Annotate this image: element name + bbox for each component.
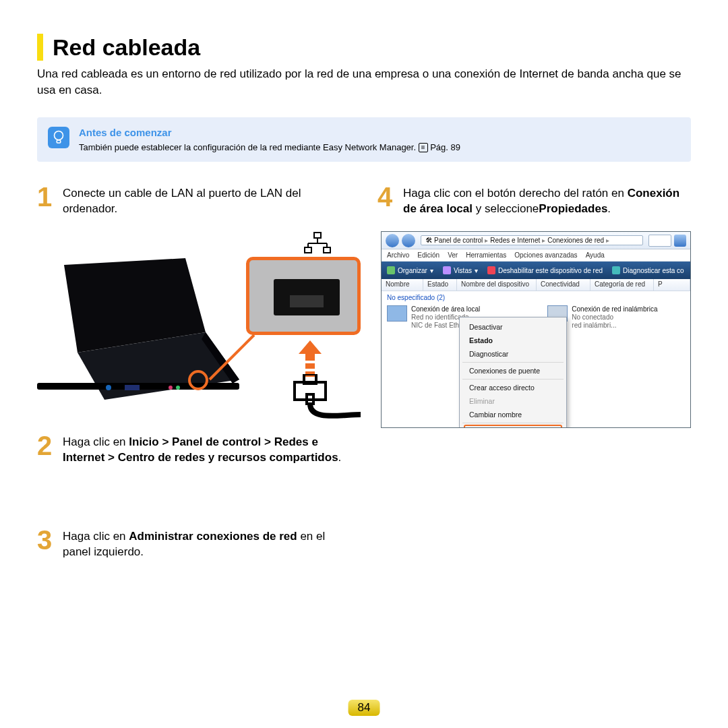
connection-state: No conectado — [572, 313, 657, 322]
step-text-fragment: Haga clic con el botón derecho del ratón… — [403, 187, 628, 200]
menu-bar: Archivo Edición Ver Herramientas Opcione… — [382, 249, 690, 262]
column-headers: Nombre Estado Nombre del dispositivo Con… — [382, 279, 690, 291]
menu-item-delete: Eliminar — [462, 394, 564, 408]
menu-item-diagnose[interactable]: Diagnosticar — [462, 347, 564, 361]
step-number: 1 — [37, 185, 56, 217]
menu-item-rename[interactable]: Cambiar nombre — [462, 408, 564, 421]
step-text-fragment: Haga clic en — [63, 530, 129, 543]
callout-line — [208, 334, 255, 381]
callout-page-ref: Pág. 89 — [430, 142, 460, 152]
organize-button[interactable]: Organizar ▾ — [387, 266, 433, 274]
lightbulb-icon — [48, 127, 69, 148]
col-header[interactable]: Estado — [423, 279, 457, 291]
svg-point-6 — [106, 385, 111, 390]
breadcrumb-item[interactable]: Panel de control — [434, 237, 483, 244]
menu-item-shortcut[interactable]: Crear acceso directo — [462, 381, 564, 394]
ethernet-plug-icon — [293, 374, 361, 428]
connection-name: Conexión de área local — [411, 305, 480, 313]
lan-connection-icon — [387, 305, 407, 322]
page-heading: Red cableada — [37, 34, 691, 61]
tip-callout: Antes de comenzar También puede establec… — [37, 117, 691, 162]
breadcrumb-item[interactable]: Conexiones de red — [547, 237, 604, 244]
menu-item[interactable]: Archivo — [387, 251, 409, 259]
page-ref-icon: ≡ — [419, 143, 428, 152]
svg-rect-11 — [314, 233, 321, 238]
step-text-fragment: y seleccione — [473, 202, 539, 215]
menu-item-properties[interactable]: Propiedades — [464, 425, 562, 428]
step-text-fragment: . — [607, 202, 611, 215]
lan-port-callout — [246, 257, 361, 335]
toolbar: Organizar ▾ Vistas ▾ Deshabilitar este d… — [382, 262, 690, 279]
network-icon — [304, 231, 331, 258]
page-number: 84 — [348, 700, 380, 716]
step-text-bold: Administrar conexiones de red — [129, 530, 297, 543]
menu-item-disable[interactable]: Desactivar — [462, 320, 564, 334]
step-text: Haga clic con el botón derecho del ratón… — [403, 185, 691, 217]
control-panel-icon: 🛠 — [425, 237, 432, 244]
svg-rect-7 — [125, 385, 140, 390]
step-2: 2 Haga clic en Inicio > Panel de control… — [37, 433, 351, 466]
callout-text-pre: También puede establecer la configuració… — [79, 142, 419, 152]
views-button[interactable]: Vistas ▾ — [443, 266, 478, 274]
diagnose-button[interactable]: Diagnosticar esta co — [612, 266, 684, 274]
svg-point-9 — [176, 386, 180, 390]
callout-heading: Antes de comenzar — [79, 127, 679, 138]
svg-rect-19 — [305, 363, 315, 369]
svg-point-8 — [169, 386, 173, 390]
search-input[interactable] — [648, 235, 671, 247]
title-text: Red cableada — [53, 34, 200, 61]
group-label: No especificado (2) — [387, 294, 685, 301]
forward-button[interactable] — [402, 234, 415, 247]
explorer-body: No especificado (2) Conexión de área loc… — [382, 291, 690, 427]
menu-item[interactable]: Opciones avanzadas — [514, 251, 577, 259]
step-text-fragment: . — [338, 451, 342, 464]
menu-item[interactable]: Ver — [448, 251, 458, 259]
disable-device-button[interactable]: Deshabilitar este dispositivo de red — [487, 266, 603, 274]
step-text: Haga clic en Inicio > Panel de control >… — [63, 433, 351, 466]
step-4: 4 Haga clic con el botón derecho del rat… — [377, 185, 691, 217]
menu-item[interactable]: Ayuda — [586, 251, 605, 259]
svg-marker-18 — [299, 340, 322, 361]
step-text-bold: Propiedades — [539, 202, 607, 215]
col-header[interactable]: P — [654, 279, 690, 291]
step-text-fragment: Haga clic en — [63, 435, 129, 448]
callout-text: También puede establecer la configuració… — [79, 142, 679, 152]
step-3: 3 Haga clic en Administrar conexiones de… — [37, 528, 351, 560]
intro-paragraph: Una red cableada es un entorno de red ut… — [37, 66, 691, 98]
connection-device: red inalámbri... — [572, 322, 657, 330]
svg-rect-16 — [305, 247, 311, 253]
col-header[interactable]: Nombre del dispositivo — [457, 279, 537, 291]
step-number: 3 — [37, 528, 56, 560]
menu-item-status[interactable]: Estado — [462, 334, 564, 347]
menu-item-bridge[interactable]: Conexiones de puente — [462, 364, 564, 377]
back-button[interactable] — [386, 234, 399, 247]
svg-line-10 — [210, 335, 254, 380]
svg-rect-1 — [57, 140, 60, 143]
step-text: Conecte un cable de LAN al puerto de LAN… — [63, 185, 351, 217]
laptop-lan-figure — [37, 231, 351, 413]
step-number: 4 — [377, 185, 396, 217]
windows-screenshot: 🛠 Panel de control▸ Redes e Internet▸ Co… — [377, 231, 691, 433]
breadcrumb-item[interactable]: Redes e Internet — [490, 237, 540, 244]
connection-name: Conexión de red inalámbrica — [572, 305, 657, 313]
context-menu: Desactivar Estado Diagnosticar Conexione… — [459, 317, 567, 428]
svg-point-0 — [55, 131, 63, 140]
refresh-button[interactable] — [674, 235, 686, 247]
step-number: 2 — [37, 433, 56, 466]
col-header[interactable]: Conectividad — [537, 279, 590, 291]
col-header[interactable]: Categoría de red — [590, 279, 654, 291]
col-header[interactable]: Nombre — [382, 279, 423, 291]
explorer-nav-bar: 🛠 Panel de control▸ Redes e Internet▸ Co… — [382, 232, 690, 249]
menu-item[interactable]: Herramientas — [466, 251, 506, 259]
accent-bar — [37, 34, 43, 61]
step-1: 1 Conecte un cable de LAN al puerto de L… — [37, 185, 351, 217]
step-text: Haga clic en Administrar conexiones de r… — [63, 528, 351, 560]
svg-rect-17 — [324, 247, 330, 253]
menu-item[interactable]: Edición — [417, 251, 439, 259]
breadcrumb[interactable]: 🛠 Panel de control▸ Redes e Internet▸ Co… — [421, 235, 643, 245]
